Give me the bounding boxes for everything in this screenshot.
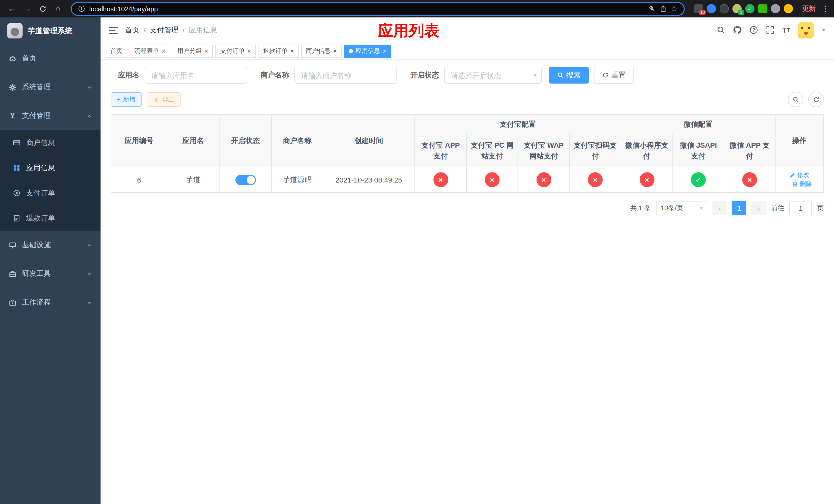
reload-button[interactable] <box>36 2 49 15</box>
column-header-merchant: 商户名称 <box>271 115 323 167</box>
wechat-mini-status-icon: × <box>639 172 654 187</box>
close-icon[interactable]: × <box>382 48 387 54</box>
sidebar-item-home[interactable]: 首页 <box>0 44 101 73</box>
sidebar-item-infra[interactable]: 基础设施 <box>0 231 101 259</box>
circle-dot-icon <box>12 189 21 198</box>
close-icon[interactable]: × <box>247 48 251 54</box>
extension-icon-6[interactable] <box>758 4 767 13</box>
sidebar-item-dev-tools[interactable]: 研发工具 <box>0 259 101 288</box>
column-header-wechat-mini: 微信小程序支付 <box>621 134 673 167</box>
breadcrumb-separator: / <box>144 26 146 34</box>
chevron-down-icon <box>87 84 92 90</box>
cell-merchant: 芋道源码 <box>271 167 323 192</box>
sidebar-item-merchant-info[interactable]: 商户信息 <box>0 130 101 155</box>
toolbox-icon <box>8 270 17 278</box>
extension-icon-3[interactable] <box>720 4 729 13</box>
sidebar-item-label: 研发工具 <box>22 269 51 278</box>
tab-label: 用户分组 <box>177 47 202 55</box>
browser-toolbar: ← → ⌂ localhost:1024/pay/app ☆ 10 <box>0 0 834 18</box>
goto-page-input[interactable] <box>789 201 812 215</box>
address-bar[interactable]: localhost:1024/pay/app ☆ <box>71 2 685 16</box>
status-select[interactable] <box>444 67 542 84</box>
tab-process-form[interactable]: 流程表单 × <box>130 44 170 58</box>
search-icon[interactable] <box>716 26 725 35</box>
breadcrumb-current: 应用信息 <box>189 25 218 35</box>
column-header-app-name: 应用名 <box>167 115 219 167</box>
forward-button[interactable]: → <box>21 2 34 15</box>
tab-label: 应用信息 <box>355 47 380 55</box>
close-icon[interactable]: × <box>333 48 337 54</box>
sidebar-item-refund-order[interactable]: 退款订单 <box>0 206 101 231</box>
sidebar-item-workflow[interactable]: 工作流程 <box>0 288 101 317</box>
merchant-name-input[interactable] <box>294 67 397 84</box>
tab-app-info[interactable]: 应用信息 × <box>344 44 391 58</box>
close-icon[interactable]: × <box>161 48 166 54</box>
extension-icon-5[interactable]: ✓ <box>745 4 754 13</box>
delete-link[interactable]: 删除 <box>792 180 812 188</box>
chevron-down-icon <box>87 300 92 305</box>
browser-update-button[interactable]: 更新 <box>798 4 820 13</box>
breadcrumb-section[interactable]: 支付管理 <box>150 25 178 35</box>
edit-link[interactable]: 修改 <box>789 171 809 180</box>
user-avatar[interactable] <box>797 22 814 38</box>
avatar-caret-icon[interactable] <box>822 29 826 31</box>
share-icon[interactable] <box>659 5 666 12</box>
tab-home[interactable]: 首页 <box>106 44 127 58</box>
page-number-1[interactable]: 1 <box>732 201 746 215</box>
sidebar-item-payment[interactable]: ¥ 支付管理 <box>0 101 101 130</box>
export-button[interactable]: 导出 <box>147 92 180 107</box>
home-button[interactable]: ⌂ <box>51 2 65 15</box>
status-toggle[interactable] <box>235 175 256 185</box>
sidebar-item-app-info[interactable]: 应用信息 <box>0 155 101 181</box>
github-icon[interactable] <box>733 26 741 35</box>
app-table: 应用编号 应用名 开启状态 商户名称 创建时间 支付宝配置 微信配置 操作 支付… <box>111 114 824 193</box>
sidebar-logo-row[interactable]: 芋道管理系统 <box>0 18 101 44</box>
tab-label: 首页 <box>110 47 123 55</box>
help-icon[interactable]: ? <box>749 26 758 35</box>
font-size-icon[interactable]: TT <box>782 26 790 34</box>
extension-icon-1[interactable]: 10 <box>694 4 703 13</box>
toggle-search-button[interactable] <box>788 92 803 107</box>
sidebar-item-system[interactable]: 系统管理 <box>0 73 101 101</box>
fullscreen-icon[interactable] <box>766 26 774 35</box>
column-header-wechat-jsapi: 微信 JSAPI 支付 <box>673 134 724 167</box>
plus-icon: + <box>117 96 120 103</box>
password-key-icon[interactable] <box>648 5 655 12</box>
tab-user-group[interactable]: 用户分组 × <box>173 44 213 58</box>
extension-icon-4[interactable]: 1 <box>732 4 742 13</box>
reset-button[interactable]: 重置 <box>594 67 634 84</box>
refresh-button[interactable] <box>808 92 824 107</box>
prev-page-button[interactable]: ‹ <box>712 201 727 215</box>
close-icon[interactable]: × <box>290 48 294 54</box>
search-button[interactable]: 搜索 <box>549 67 589 84</box>
extension-icon-2[interactable] <box>707 4 716 13</box>
profile-avatar-icon[interactable] <box>784 4 793 13</box>
wechat-app-status-icon: × <box>742 172 757 187</box>
close-icon[interactable]: × <box>204 48 208 54</box>
next-page-button[interactable]: › <box>751 201 766 215</box>
sidebar-item-pay-order[interactable]: 支付订单 <box>0 181 101 206</box>
chevron-down-icon: ▾ <box>534 72 536 78</box>
tab-merchant-info[interactable]: 商户信息 × <box>301 44 342 58</box>
table-row: 6 芋道 芋道源码 2021-10-23 08:49:25 × × × × × <box>111 167 824 192</box>
column-header-alipay-pc: 支付宝 PC 网站支付 <box>466 134 518 167</box>
breadcrumb-home[interactable]: 首页 <box>125 25 139 35</box>
tab-refund-order[interactable]: 退款订单 × <box>259 44 299 58</box>
site-info-icon[interactable] <box>78 5 85 12</box>
chevron-down-icon <box>87 271 92 277</box>
credit-card-icon <box>12 138 21 147</box>
goto-prefix-label: 前往 <box>771 204 784 213</box>
back-button[interactable]: ← <box>5 2 19 15</box>
tab-pay-order[interactable]: 支付订单 × <box>215 44 256 58</box>
browser-menu-button[interactable]: ⋮ <box>822 4 829 13</box>
tab-label: 商户信息 <box>306 47 331 55</box>
puzzle-extensions-icon[interactable] <box>771 4 780 13</box>
app-name-input[interactable] <box>145 67 247 84</box>
page-size-select[interactable]: 10条/页 ▾ <box>656 201 707 215</box>
extensions-area: 10 1 ✓ <box>694 4 793 13</box>
add-button[interactable]: + 新增 <box>111 92 141 107</box>
url-text[interactable]: localhost:1024/pay/app <box>89 5 158 13</box>
table-toolbar: + 新增 导出 <box>111 92 824 107</box>
sidebar-toggle-icon[interactable] <box>109 26 118 33</box>
bookmark-star-icon[interactable]: ☆ <box>671 4 678 13</box>
